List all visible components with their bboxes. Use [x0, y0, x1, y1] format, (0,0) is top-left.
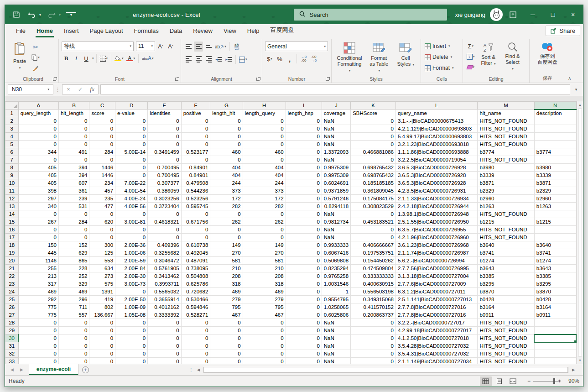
cell-E16[interactable]: 0 — [148, 226, 181, 234]
cell-F2[interactable]: 0 — [181, 117, 210, 125]
underline-button[interactable]: U — [82, 53, 91, 63]
cell-K15[interactable]: 0.453183521 — [351, 218, 396, 226]
font-color-button[interactable]: A▾ — [125, 53, 136, 63]
paste-button[interactable]: Paste▾ — [10, 40, 29, 73]
cell-K8[interactable]: 0.698765432 — [351, 164, 396, 172]
cell-N9[interactable]: b3339 — [534, 172, 576, 179]
cell-M28[interactable]: HITS_NOT_FOUND — [478, 319, 534, 327]
cell-H2[interactable]: 0 — [243, 117, 286, 125]
customize-qat-icon[interactable]: ▾ — [66, 12, 76, 17]
conditional-formatting-button[interactable]: Conditional Formatting ▾ — [334, 40, 364, 75]
cell-A13[interactable]: 340 — [18, 203, 58, 210]
cell-A9[interactable]: 405 — [18, 172, 58, 179]
cell-N5[interactable] — [534, 141, 576, 148]
copy-button[interactable]: ▾ — [31, 52, 41, 63]
cell-I11[interactable]: 0 — [286, 187, 322, 195]
row-header-16[interactable]: 16 — [5, 226, 19, 234]
cell-J1[interactable]: coverage — [322, 110, 350, 117]
cell-K1[interactable]: SBHScore — [351, 110, 396, 117]
column-header-M[interactable]: M — [478, 102, 534, 110]
cell-J8[interactable]: 0.9975309 — [322, 164, 350, 172]
cell-L28[interactable]: 3.2.2.-|BioCAD00000727017 — [395, 319, 478, 327]
cell-C31[interactable]: 0 — [89, 342, 115, 350]
column-header-C[interactable]: C — [89, 102, 115, 110]
cell-F3[interactable]: 0 — [181, 125, 210, 133]
cell-E6[interactable]: 0.3491459 — [148, 148, 181, 156]
cell-E23[interactable]: 0.3993711 — [148, 280, 181, 288]
save-to-baidu-button[interactable]: 保存到 百度网盘 — [532, 40, 562, 67]
cell-I31[interactable]: 0 — [286, 342, 322, 350]
cell-F31[interactable]: 0 — [181, 342, 210, 350]
cell-A21[interactable]: 255 — [18, 265, 58, 272]
row-header-24[interactable]: 24 — [5, 288, 19, 296]
cell-L11[interactable]: 4.2.3.5|BioCAD00000726931 — [395, 187, 478, 195]
cell-C9[interactable]: 1446 — [89, 172, 115, 179]
cell-K5[interactable]: 0 — [351, 141, 396, 148]
cell-A6[interactable]: 344 — [18, 148, 58, 156]
cell-C25[interactable]: 419 — [89, 296, 115, 303]
cell-G4[interactable]: 0 — [210, 133, 243, 141]
cell-C15[interactable]: 620 — [89, 218, 115, 226]
cell-C14[interactable]: 0 — [89, 210, 115, 218]
cell-B20[interactable]: 865 — [58, 257, 89, 265]
tab-baidu-netdisk[interactable]: 百度网盘 — [265, 24, 300, 37]
cell-K3[interactable]: 0 — [351, 125, 396, 133]
cancel-entry-icon[interactable]: × — [62, 85, 74, 94]
cell-D32[interactable]: 0 — [115, 350, 148, 358]
cell-J25[interactable]: 0.9554795 — [322, 296, 350, 303]
cell-L15[interactable]: 2.5.1.55|BioCAD00000726950 — [395, 218, 478, 226]
cell-C2[interactable]: 0 — [89, 117, 115, 125]
cell-G32[interactable]: 0 — [210, 350, 243, 358]
cell-K21[interactable]: 0.474509804 — [351, 265, 396, 272]
cell-N21[interactable]: b3643 — [534, 265, 576, 272]
cell-A16[interactable]: 0 — [18, 226, 58, 234]
align-left-button[interactable] — [184, 54, 193, 64]
cell-K9[interactable]: 0.698765432 — [351, 172, 396, 179]
cell-A10[interactable]: 405 — [18, 179, 58, 187]
cell-E1[interactable]: identities — [148, 110, 181, 117]
cell-H32[interactable]: 0 — [243, 350, 286, 358]
cell-M7[interactable]: HITS_NOT_FOUND — [478, 156, 534, 164]
cell-H6[interactable]: 460 — [243, 148, 286, 156]
cell-C32[interactable]: 0 — [89, 350, 115, 358]
cell-I8[interactable]: 0 — [286, 164, 322, 172]
search-box[interactable]: Search — [294, 9, 447, 21]
cell-A22[interactable]: 213 — [18, 272, 58, 280]
row-header-4[interactable]: 4 — [5, 133, 19, 141]
cell-G5[interactable]: 0 — [210, 141, 243, 148]
page-layout-view-button[interactable] — [494, 376, 505, 386]
align-right-button[interactable] — [204, 54, 213, 64]
cell-B24[interactable]: 469 — [58, 288, 89, 296]
cell-E21[interactable]: 0.5761905 — [148, 265, 181, 272]
cell-H1[interactable]: length_query — [243, 110, 286, 117]
row-header-8[interactable]: 8 — [5, 164, 19, 172]
cell-I6[interactable]: 0 — [286, 148, 322, 156]
cell-G20[interactable]: 581 — [210, 257, 243, 265]
number-format-select[interactable]: General▾ — [265, 42, 328, 51]
cell-N27[interactable]: b0911 — [534, 311, 576, 319]
cell-G14[interactable]: 0 — [210, 210, 243, 218]
cell-E27[interactable]: 0.3333392 — [148, 311, 181, 319]
cell-M2[interactable]: HITS_NOT_FOUND — [478, 117, 534, 125]
cell-B9[interactable]: 394 — [58, 172, 89, 179]
cell-A18[interactable]: 150 — [18, 241, 58, 249]
cell-N11[interactable]: b2329 — [534, 187, 576, 195]
cell-H22[interactable]: 208 — [243, 272, 286, 280]
cell-H29[interactable]: 0 — [243, 327, 286, 335]
cell-M22[interactable]: b3385 — [478, 272, 534, 280]
cell-A23[interactable]: 317 — [18, 280, 58, 288]
maximize-button[interactable]: □ — [543, 5, 563, 24]
cell-D13[interactable]: 4.00E-56 — [115, 203, 148, 210]
cell-K13[interactable]: 0.308823529 — [351, 203, 396, 210]
cell-A4[interactable]: 0 — [18, 133, 58, 141]
cell-A8[interactable]: 405 — [18, 164, 58, 172]
cell-D21[interactable]: 2.00E-84 — [115, 265, 148, 272]
cell-C19[interactable]: 125 — [89, 249, 115, 257]
cell-G6[interactable]: 460 — [210, 148, 243, 156]
cell-N6[interactable]: b3774 — [534, 148, 576, 156]
cell-A30[interactable]: 0 — [18, 335, 58, 342]
cell-D17[interactable]: 0 — [115, 234, 148, 241]
cell-F11[interactable]: 0.544236 — [181, 187, 210, 195]
zoom-out-button[interactable]: − — [527, 378, 531, 384]
cell-D14[interactable]: 0 — [115, 210, 148, 218]
